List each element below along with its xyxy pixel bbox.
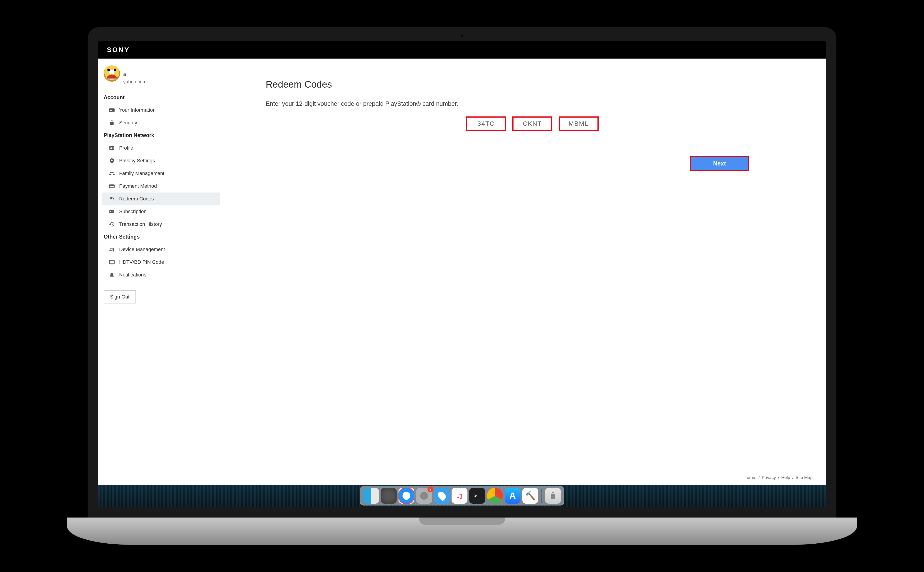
credit-card-icon	[109, 183, 115, 189]
sidebar-item-label: HDTV/BD PIN Code	[119, 259, 164, 265]
dock-launchpad-icon[interactable]	[381, 488, 397, 504]
dock-trash-icon[interactable]	[545, 488, 561, 504]
dock-badge: 2	[428, 487, 433, 492]
section-account: Account	[102, 91, 220, 104]
sidebar-item-payment[interactable]: Payment Method	[102, 180, 220, 193]
laptop-notch	[419, 518, 505, 525]
sidebar-item-notifications[interactable]: Notifications	[102, 269, 220, 281]
instruction-text: Enter your 12-digit voucher code or prep…	[266, 100, 799, 107]
sidebar-item-label: Subscription	[119, 208, 147, 214]
redeem-icon	[109, 196, 115, 202]
dock-appstore-icon[interactable]	[505, 488, 521, 504]
sony-logo[interactable]: SONY	[107, 46, 130, 54]
people-icon	[109, 170, 115, 177]
sidebar-item-redeem[interactable]: Redeem Codes	[102, 193, 220, 205]
camera-icon	[460, 34, 464, 37]
id-card-icon	[109, 107, 115, 113]
code-input-1[interactable]: 34TC	[466, 117, 506, 131]
dock-safari-icon[interactable]	[398, 488, 414, 504]
dock-system-preferences-icon[interactable]: 2	[416, 488, 432, 504]
user-email-suffix: yahoo.com	[123, 78, 169, 84]
dock-music-icon[interactable]	[451, 488, 467, 504]
dock-finder-icon[interactable]	[363, 488, 379, 504]
sidebar-item-label: Your Information	[119, 107, 156, 113]
sidebar-item-your-information[interactable]: Your Information	[102, 104, 220, 117]
sidebar-item-label: Transaction History	[119, 221, 162, 227]
sidebar-item-subscription[interactable]: Subscription	[102, 205, 220, 218]
screen: SONY a yahoo.com Account	[98, 41, 826, 507]
sidebar-item-transactions[interactable]: Transaction History	[102, 218, 220, 231]
signout-wrap: Sign Out	[102, 290, 220, 303]
sidebar-item-security[interactable]: Security	[102, 117, 220, 129]
app-body: a yahoo.com Account Your Information Sec…	[98, 59, 826, 507]
laptop-frame: SONY a yahoo.com Account	[67, 27, 857, 545]
sidebar-item-label: Notifications	[119, 272, 146, 278]
sidebar-item-family[interactable]: Family Management	[102, 167, 220, 180]
footer-help-link[interactable]: Help	[781, 475, 790, 480]
code-input-row: 34TC CKNT MBML	[266, 117, 799, 131]
sign-out-button[interactable]: Sign Out	[104, 290, 136, 303]
sidebar-item-label: Redeem Codes	[119, 196, 154, 202]
laptop-bezel: SONY a yahoo.com Account	[88, 27, 836, 518]
sidebar-item-label: Profile	[119, 145, 133, 151]
dock-terminal-icon[interactable]	[469, 488, 485, 504]
sidebar-item-hdtv-pin[interactable]: HDTV/BD PIN Code	[102, 256, 220, 269]
history-icon	[109, 221, 115, 227]
lock-icon	[109, 120, 115, 126]
dock-chrome-icon[interactable]	[487, 488, 503, 504]
sidebar-item-label: Privacy Settings	[119, 158, 155, 164]
footer-terms-link[interactable]: Terms	[744, 475, 756, 480]
sidebar-item-profile[interactable]: Profile	[102, 141, 220, 154]
section-psn: PlayStation Network	[102, 129, 220, 141]
macos-dock: 2	[360, 486, 564, 505]
next-button[interactable]: Next	[690, 156, 749, 171]
user-line2: a	[123, 71, 169, 77]
user-text: a yahoo.com	[123, 65, 169, 84]
sidebar-item-label: Security	[119, 120, 137, 126]
footer-sep: /	[757, 475, 761, 480]
profile-card-icon	[109, 145, 115, 151]
footer-sep: /	[777, 475, 780, 480]
top-bar: SONY	[98, 41, 826, 59]
subscription-icon	[109, 208, 115, 215]
tv-icon	[109, 259, 115, 265]
sidebar: a yahoo.com Account Your Information Sec…	[98, 59, 225, 507]
dock-maps-icon[interactable]	[434, 488, 450, 504]
code-input-2[interactable]: CKNT	[512, 117, 552, 131]
dock-xcode-icon[interactable]	[522, 488, 538, 504]
section-other: Other Settings	[102, 231, 220, 243]
page-title: Redeem Codes	[266, 79, 799, 90]
devices-icon	[109, 246, 115, 253]
sidebar-item-device-management[interactable]: Device Management	[102, 243, 220, 256]
sidebar-item-label: Payment Method	[119, 183, 157, 189]
sidebar-item-privacy[interactable]: Privacy Settings	[102, 154, 220, 167]
avatar[interactable]	[104, 65, 120, 82]
sidebar-item-label: Device Management	[119, 247, 165, 252]
footer-sep: /	[791, 475, 795, 480]
shield-gear-icon	[109, 157, 115, 164]
dock-separator	[541, 489, 542, 503]
bell-icon	[109, 272, 115, 278]
footer-privacy-link[interactable]: Privacy	[762, 475, 776, 480]
main-content: Redeem Codes Enter your 12-digit voucher…	[225, 59, 826, 507]
footer-sitemap-link[interactable]: Site Map	[795, 475, 812, 480]
sidebar-item-label: Family Management	[119, 171, 164, 176]
user-name-masked	[123, 65, 169, 70]
user-block: a yahoo.com	[102, 65, 220, 84]
code-input-3[interactable]: MBML	[559, 117, 598, 131]
footer-links: Terms / Privacy / Help / Site Map	[744, 475, 812, 480]
next-button-wrap: Next	[266, 156, 799, 171]
